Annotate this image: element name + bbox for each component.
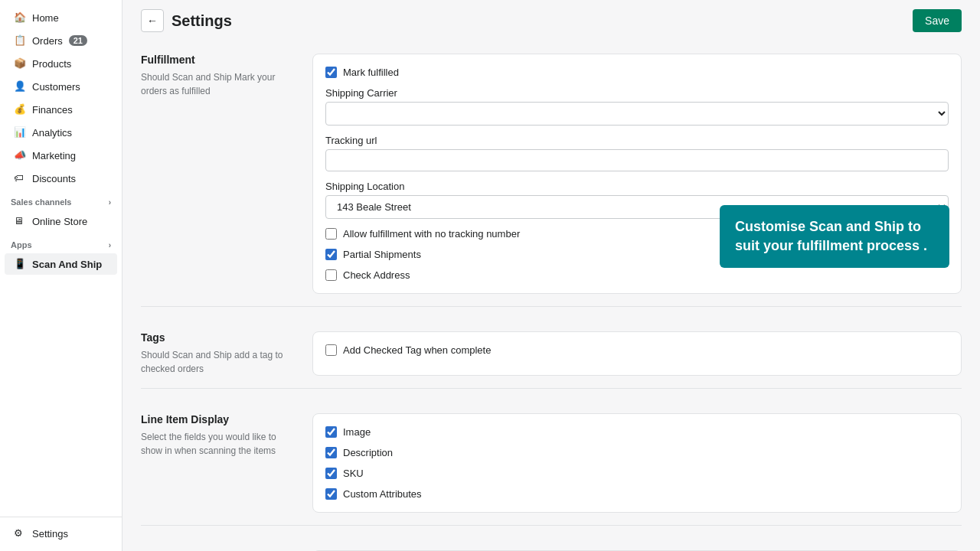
orders-badge: 21 bbox=[69, 35, 87, 46]
settings-content: Fulfillment Should Scan and Ship Mark yo… bbox=[122, 41, 980, 551]
add-checked-tag-row: Add Checked Tag when complete bbox=[325, 344, 949, 356]
mark-fulfilled-label: Mark fulfilled bbox=[343, 67, 399, 78]
sidebar-item-discounts[interactable]: 🏷 Discounts bbox=[5, 168, 117, 189]
chevron-icon: › bbox=[109, 241, 111, 249]
sidebar-item-label: Products bbox=[32, 58, 71, 70]
products-icon: 📦 bbox=[14, 57, 26, 70]
description-label: Description bbox=[343, 447, 393, 458]
fulfillment-info: Fulfillment Should Scan and Ship Mark yo… bbox=[141, 54, 294, 294]
main-content: ← Settings Save Fulfillment Should Scan … bbox=[122, 0, 980, 551]
tooltip-text: Customise Scan and Ship to suit your ful… bbox=[735, 219, 927, 253]
discounts-icon: 🏷 bbox=[14, 172, 26, 184]
line-item-section: Line Item Display Select the fields you … bbox=[141, 401, 962, 526]
tags-title: Tags bbox=[141, 331, 294, 344]
line-item-desc: Select the fields you would like to show… bbox=[141, 430, 294, 458]
sidebar-item-label: Scan And Ship bbox=[32, 259, 102, 270]
sidebar-item-label: Marketing bbox=[32, 150, 76, 161]
sidebar-item-label: Orders bbox=[32, 35, 63, 47]
finances-icon: 💰 bbox=[14, 103, 26, 116]
image-label: Image bbox=[343, 426, 371, 438]
line-item-card: Image Description SKU Custom Attributes bbox=[312, 413, 962, 513]
sidebar-item-label: Finances bbox=[32, 104, 73, 116]
shipping-carrier-label: Shipping Carrier bbox=[325, 87, 949, 99]
partial-shipments-label: Partial Shipments bbox=[343, 249, 421, 260]
sidebar-item-home[interactable]: 🏠 Home bbox=[5, 7, 117, 28]
home-icon: 🏠 bbox=[14, 11, 26, 24]
sku-label: SKU bbox=[343, 468, 364, 479]
sidebar-item-finances[interactable]: 💰 Finances bbox=[5, 99, 117, 120]
save-button[interactable]: Save bbox=[913, 9, 962, 32]
back-button[interactable]: ← bbox=[141, 9, 164, 32]
tracking-url-label: Tracking url bbox=[325, 135, 949, 146]
sidebar-item-products[interactable]: 📦 Products bbox=[5, 53, 117, 74]
orders-icon: 📋 bbox=[14, 34, 26, 47]
shipping-location-label: Shipping Location bbox=[325, 181, 949, 192]
tags-info: Tags Should Scan and Ship add a tag to c… bbox=[141, 331, 294, 376]
online-store-icon: 🖥 bbox=[14, 215, 26, 227]
tags-desc: Should Scan and Ship add a tag to checke… bbox=[141, 348, 294, 376]
image-row: Image bbox=[325, 426, 949, 438]
advanced-section: Advanced Play sounds Hide Complete Line … bbox=[141, 538, 962, 551]
custom-attributes-label: Custom Attributes bbox=[343, 488, 422, 500]
sidebar-bottom: ⚙ Settings bbox=[0, 517, 122, 545]
line-item-info: Line Item Display Select the fields you … bbox=[141, 413, 294, 513]
tracking-url-input[interactable] bbox=[325, 149, 949, 171]
scan-ship-icon: 📱 bbox=[14, 258, 26, 270]
marketing-icon: 📣 bbox=[14, 149, 26, 161]
page-title: Settings bbox=[172, 12, 232, 30]
tags-card: Add Checked Tag when complete bbox=[312, 331, 962, 376]
sidebar-item-label: Customers bbox=[32, 81, 80, 93]
settings-icon: ⚙ bbox=[14, 527, 26, 540]
fulfillment-title: Fulfillment bbox=[141, 54, 294, 66]
sidebar-item-label: Settings bbox=[32, 528, 68, 540]
add-checked-tag-checkbox[interactable] bbox=[325, 344, 337, 356]
image-checkbox[interactable] bbox=[325, 426, 337, 438]
allow-fulfillment-checkbox[interactable] bbox=[325, 228, 337, 240]
tooltip-popup: Customise Scan and Ship to suit your ful… bbox=[720, 205, 949, 268]
custom-attributes-checkbox[interactable] bbox=[325, 488, 337, 500]
sidebar-item-scan-and-ship[interactable]: 📱 Scan And Ship bbox=[5, 253, 117, 275]
apps-section: Apps › bbox=[0, 233, 122, 253]
sidebar-item-online-store[interactable]: 🖥 Online Store bbox=[5, 210, 117, 232]
check-address-row: Check Address bbox=[325, 269, 949, 281]
analytics-icon: 📊 bbox=[14, 126, 26, 139]
shipping-carrier-select[interactable] bbox=[325, 102, 949, 126]
chevron-icon: › bbox=[109, 198, 111, 207]
sidebar-item-orders[interactable]: 📋 Orders 21 bbox=[5, 30, 117, 51]
sidebar-item-label: Home bbox=[32, 12, 59, 24]
fulfillment-desc: Should Scan and Ship Mark your orders as… bbox=[141, 70, 294, 98]
partial-shipments-checkbox[interactable] bbox=[325, 249, 337, 260]
check-address-checkbox[interactable] bbox=[325, 269, 337, 281]
check-address-label: Check Address bbox=[343, 269, 410, 281]
shipping-carrier-group: Shipping Carrier bbox=[325, 87, 949, 126]
sidebar: 🏠 Home 📋 Orders 21 📦 Products 👤 Customer… bbox=[0, 0, 122, 551]
mark-fulfilled-row: Mark fulfilled bbox=[325, 67, 949, 78]
sidebar-item-marketing[interactable]: 📣 Marketing bbox=[5, 145, 117, 166]
sidebar-item-customers[interactable]: 👤 Customers bbox=[5, 76, 117, 97]
sidebar-item-label: Online Store bbox=[32, 216, 87, 227]
customers-icon: 👤 bbox=[14, 80, 26, 93]
description-row: Description bbox=[325, 447, 949, 458]
sku-row: SKU bbox=[325, 468, 949, 479]
sku-checkbox[interactable] bbox=[325, 468, 337, 479]
tags-section: Tags Should Scan and Ship add a tag to c… bbox=[141, 319, 962, 389]
tracking-url-group: Tracking url bbox=[325, 135, 949, 171]
line-item-title: Line Item Display bbox=[141, 413, 294, 425]
add-checked-tag-label: Add Checked Tag when complete bbox=[343, 344, 491, 356]
mark-fulfilled-checkbox[interactable] bbox=[325, 67, 337, 78]
page-header: ← Settings Save bbox=[122, 0, 980, 41]
sidebar-item-label: Discounts bbox=[32, 173, 76, 184]
custom-attributes-row: Custom Attributes bbox=[325, 488, 949, 500]
header-left: ← Settings bbox=[141, 9, 232, 32]
sidebar-item-label: Analytics bbox=[32, 127, 72, 139]
sales-channels-section: Sales channels › bbox=[0, 190, 122, 210]
allow-fulfillment-label: Allow fulfillment with no tracking numbe… bbox=[343, 228, 520, 240]
sidebar-item-settings[interactable]: ⚙ Settings bbox=[5, 523, 117, 544]
sidebar-item-analytics[interactable]: 📊 Analytics bbox=[5, 122, 117, 143]
description-checkbox[interactable] bbox=[325, 447, 337, 458]
